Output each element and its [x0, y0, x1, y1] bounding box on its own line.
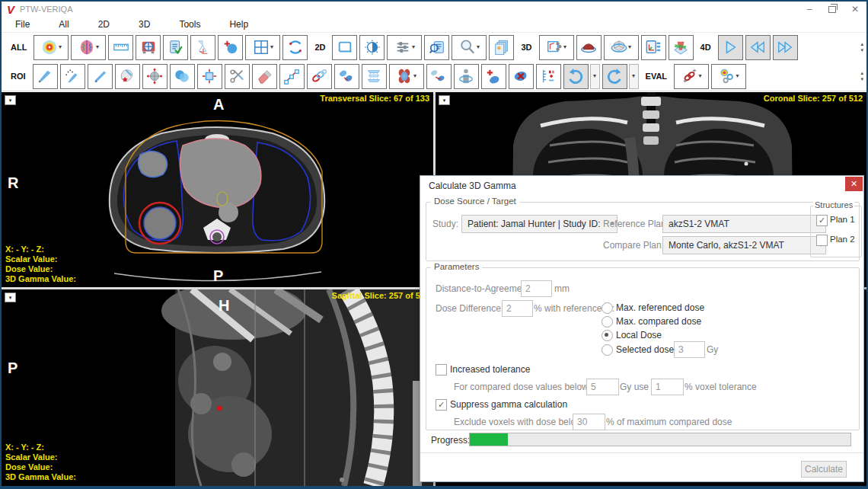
plan2-checkbox[interactable]: ✓: [816, 235, 828, 246]
brain-view-button[interactable]: ▾: [71, 35, 106, 60]
dta-input[interactable]: 2: [521, 280, 552, 297]
reference-plan-label: Reference Plan:: [603, 219, 669, 229]
title-bar[interactable]: V PTW-VERIQA – ✕: [2, 2, 866, 17]
undo-dropdown-button[interactable]: ▾: [590, 64, 600, 89]
coords-line: X: - Y: - Z:: [5, 443, 76, 452]
viewport-coronal-menu-button[interactable]: ▾: [439, 95, 450, 105]
menu-3d[interactable]: 3D: [137, 18, 152, 30]
study-select[interactable]: Patient: Jamal Hunter | Study ID: ▾: [461, 215, 617, 233]
grow-sphere-button[interactable]: [142, 64, 168, 89]
minimize-button[interactable]: –: [798, 2, 821, 17]
transversal-value-readout: X: - Y: - Z: Scalar Value: Dose Value: 3…: [5, 244, 76, 284]
redo-dropdown-button[interactable]: ▾: [629, 64, 639, 89]
plan-report-button[interactable]: [163, 35, 188, 60]
restore-button[interactable]: [821, 2, 844, 17]
rotate-body-button[interactable]: [454, 64, 479, 89]
point-edit-button[interactable]: [279, 64, 305, 89]
ruler-button[interactable]: [108, 35, 133, 60]
slice-settings-button[interactable]: ▾: [387, 35, 422, 60]
play-button[interactable]: [718, 35, 743, 60]
link-contours-button[interactable]: [307, 64, 332, 89]
expand-margin-button[interactable]: [197, 64, 222, 89]
dose-difference-input[interactable]: 2: [502, 300, 533, 317]
menu-2d[interactable]: 2D: [97, 18, 111, 30]
link-evaluation-button[interactable]: ▾: [674, 64, 709, 89]
compare-plan-label: Compare Plan:: [603, 240, 664, 251]
multi-structure-button[interactable]: ▾: [389, 64, 424, 89]
menu-tools[interactable]: Tools: [177, 18, 202, 30]
auto-contour-button[interactable]: [115, 64, 140, 89]
tolerance-percent-input[interactable]: 1: [651, 379, 684, 395]
dose-surface-button[interactable]: [576, 35, 602, 60]
dialog-title-bar[interactable]: Calculate 3D Gamma ✕: [420, 176, 863, 196]
add-poi-button[interactable]: [218, 35, 243, 60]
search-document-button[interactable]: [424, 35, 449, 60]
measure-points-button[interactable]: [536, 64, 561, 89]
calculate-button[interactable]: Calculate: [801, 461, 847, 478]
exclude-dose-input[interactable]: 30: [573, 414, 605, 430]
transfer-contour-button[interactable]: [426, 64, 452, 89]
rotate-3d-button[interactable]: ▾: [604, 35, 639, 60]
reference-plan-select[interactable]: akzS1-2 VMAT ▾: [662, 215, 826, 233]
pen-contour-button[interactable]: [88, 64, 113, 89]
toolbar-row-roi: ROI▾▾▾EVAL▾▾▴▾: [2, 62, 866, 91]
menu-help[interactable]: Help: [228, 18, 250, 30]
suppress-gamma-checkbox[interactable]: ✓: [436, 399, 447, 411]
boolean-combine-button[interactable]: [170, 64, 195, 89]
delete-contour-button[interactable]: [509, 64, 534, 89]
dialog-close-button[interactable]: ✕: [845, 177, 863, 191]
interpolate-slices-button[interactable]: [362, 64, 387, 89]
mpr-planes-button[interactable]: [669, 35, 694, 60]
application-window: V PTW-VERIQA – ✕ File All 2D 3D Tools He…: [0, 0, 868, 489]
beam-geometry-button[interactable]: [190, 35, 215, 60]
smart-brush-button[interactable]: [60, 64, 85, 89]
cut-contour-button[interactable]: [225, 64, 250, 89]
reset-orientation-button[interactable]: [282, 35, 308, 60]
menu-all[interactable]: All: [57, 18, 70, 30]
window-border-bottom: [0, 486, 868, 489]
brush-button[interactable]: [33, 64, 58, 89]
step-back-button[interactable]: [745, 35, 771, 60]
viewport-sagittal-menu-button[interactable]: ▾: [5, 292, 16, 302]
gantry-button[interactable]: [136, 35, 161, 60]
max-compared-dose-radio[interactable]: [602, 316, 613, 328]
dose-line: Dose Value:: [5, 462, 76, 472]
copy-contour-button[interactable]: [334, 64, 359, 89]
layout-grid-button[interactable]: ▾: [245, 35, 280, 60]
max-referenced-dose-radio[interactable]: [602, 302, 613, 314]
toolbar-overflow-scroll[interactable]: ▴▾: [860, 70, 863, 82]
toolbar-section-label: EVAL: [646, 72, 668, 81]
chevron-down-icon: ▾: [699, 73, 702, 79]
selected-dose-input[interactable]: 3: [674, 341, 705, 358]
increased-tolerance-checkbox[interactable]: ✓: [436, 364, 447, 376]
dialog-footer-divider: [420, 452, 863, 453]
copy-view-button[interactable]: [489, 35, 514, 60]
close-button[interactable]: ✕: [844, 2, 866, 17]
zoom-button[interactable]: ▾: [452, 35, 487, 60]
viewport-transversal[interactable]: ▾ Transversal Slice: 67 of 133 A R P X: …: [2, 92, 433, 287]
crop-button[interactable]: [332, 35, 357, 60]
tolerance-dose-input[interactable]: 5: [586, 379, 619, 395]
plan1-label: Plan 1: [830, 215, 855, 224]
dose-target-button[interactable]: ▾: [34, 35, 69, 60]
compare-plan-select[interactable]: Monte Carlo, akzS1-2 VMAT ▾: [662, 236, 826, 254]
toolbar-overflow-scroll[interactable]: ▴▾: [860, 41, 863, 53]
evaluation-settings-button[interactable]: ▾: [711, 64, 746, 89]
undo-button[interactable]: [563, 64, 589, 89]
toolbar-section-label: 3D: [521, 43, 531, 52]
add-contour-button[interactable]: [481, 64, 506, 89]
local-dose-radio[interactable]: [602, 330, 613, 341]
viewport-transversal-menu-button[interactable]: ▾: [5, 95, 16, 105]
step-forward-button[interactable]: [773, 35, 798, 60]
selected-dose-radio[interactable]: [602, 344, 613, 356]
selected-dose-unit: Gy: [707, 344, 718, 355]
axes-view-button[interactable]: [641, 35, 666, 60]
erase-contour-button[interactable]: [252, 64, 277, 89]
scalar-line: Scalar Value:: [5, 254, 76, 264]
redo-button[interactable]: [602, 64, 627, 89]
view-3d-button[interactable]: ▾: [539, 35, 574, 60]
viewport-sagittal[interactable]: ▾ Sagittal Slice: 257 of 512 H P X: - Y:…: [2, 289, 433, 486]
menu-file[interactable]: File: [14, 18, 31, 30]
plan1-checkbox[interactable]: ✓: [816, 215, 828, 226]
window-level-button[interactable]: [359, 35, 385, 60]
